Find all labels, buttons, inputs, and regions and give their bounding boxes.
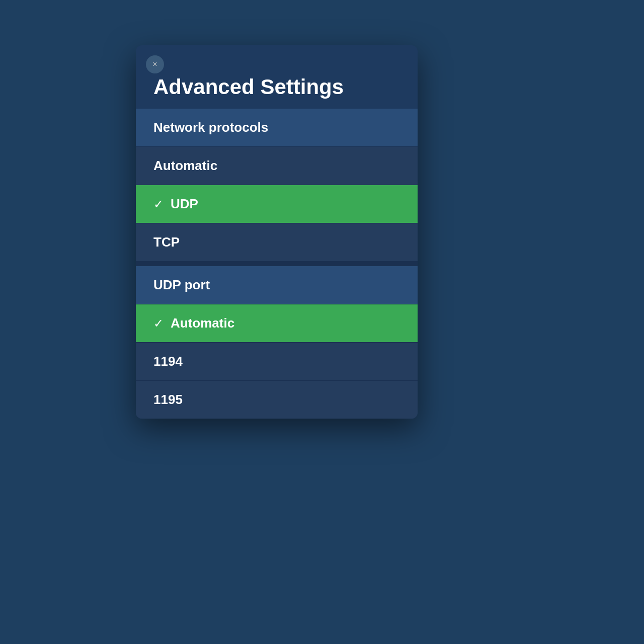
- udp-port-label: UDP port: [153, 277, 210, 292]
- port-1194-label: 1194: [153, 354, 183, 369]
- modal-title: Advanced Settings: [153, 75, 400, 99]
- udp-port-section-header: UDP port: [136, 266, 418, 304]
- network-protocols-label: Network protocols: [153, 120, 268, 135]
- close-icon: ×: [152, 60, 157, 69]
- udp-item-inner: ✓ UDP: [153, 196, 400, 212]
- automatic-port-check-icon: ✓: [153, 316, 164, 331]
- port-1195-label: 1195: [153, 392, 183, 407]
- section-divider: [136, 261, 418, 266]
- tcp-protocol-label: TCP: [153, 234, 180, 250]
- port-1195-item[interactable]: 1195: [136, 380, 418, 419]
- tcp-protocol-item[interactable]: TCP: [136, 223, 418, 261]
- close-button[interactable]: ×: [146, 55, 164, 73]
- automatic-protocol-item[interactable]: Automatic: [136, 146, 418, 185]
- udp-protocol-label: UDP: [171, 196, 198, 212]
- udp-protocol-item[interactable]: ✓ UDP: [136, 185, 418, 223]
- udp-check-icon: ✓: [153, 197, 164, 211]
- advanced-settings-modal: × Advanced Settings Network protocols Au…: [136, 45, 418, 419]
- automatic-protocol-label: Automatic: [153, 158, 217, 173]
- automatic-port-item[interactable]: ✓ Automatic: [136, 304, 418, 342]
- automatic-port-label: Automatic: [171, 315, 234, 331]
- automatic-port-inner: ✓ Automatic: [153, 315, 400, 331]
- network-protocols-section-header: Network protocols: [136, 109, 418, 146]
- port-1194-item[interactable]: 1194: [136, 342, 418, 380]
- modal-header: × Advanced Settings: [136, 45, 418, 109]
